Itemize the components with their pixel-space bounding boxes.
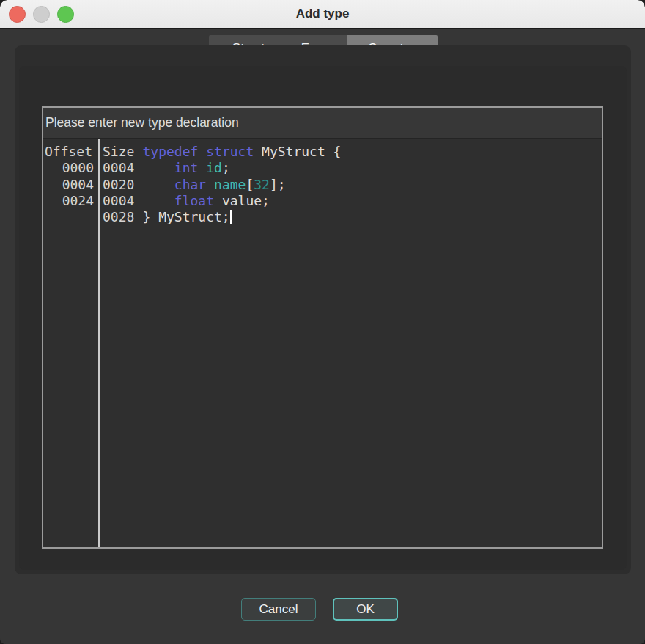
cancel-button[interactable]: Cancel — [241, 598, 316, 621]
offset-cell — [43, 209, 98, 225]
text-cursor — [230, 210, 232, 224]
window-title: Add type — [0, 0, 645, 28]
code-row: OffsetSizetypedef struct MyStruct { — [43, 144, 602, 160]
code-cell: int id; — [139, 160, 230, 176]
type-declaration-editor[interactable]: Please enter new type declaration Offset… — [42, 106, 603, 549]
dialog-content: Struct Enum C syntax Please enter new ty… — [0, 29, 645, 644]
size-cell: Size — [98, 144, 139, 160]
size-cell: 0028 — [98, 209, 139, 225]
code-cell: char name[32]; — [139, 177, 286, 193]
offset-cell: Offset — [43, 144, 98, 160]
code-rows: OffsetSizetypedef struct MyStruct {00000… — [43, 144, 602, 225]
code-row: 00040020 char name[32]; — [43, 177, 602, 193]
ok-button[interactable]: OK — [333, 598, 398, 621]
type-declaration-input[interactable]: OffsetSizetypedef struct MyStruct {00000… — [43, 139, 602, 547]
tab-pane: Please enter new type declaration Offset… — [15, 45, 631, 574]
code-row: 0028} MyStruct; — [43, 209, 602, 225]
size-cell: 0004 — [98, 193, 139, 209]
offset-cell: 0024 — [43, 193, 98, 209]
offset-cell: 0000 — [43, 160, 98, 176]
size-cell: 0004 — [98, 160, 139, 176]
code-cell: float value; — [139, 193, 270, 209]
size-cell: 0020 — [98, 177, 139, 193]
code-row: 00000004 int id; — [43, 160, 602, 176]
code-row: 00240004 float value; — [43, 193, 602, 209]
editor-prompt: Please enter new type declaration — [43, 108, 602, 138]
code-cell: } MyStruct; — [139, 209, 232, 225]
offset-cell: 0004 — [43, 177, 98, 193]
code-cell: typedef struct MyStruct { — [139, 144, 342, 160]
titlebar: Add type — [0, 0, 645, 29]
add-type-dialog: Add type Struct Enum C syntax Please ent… — [0, 0, 645, 644]
